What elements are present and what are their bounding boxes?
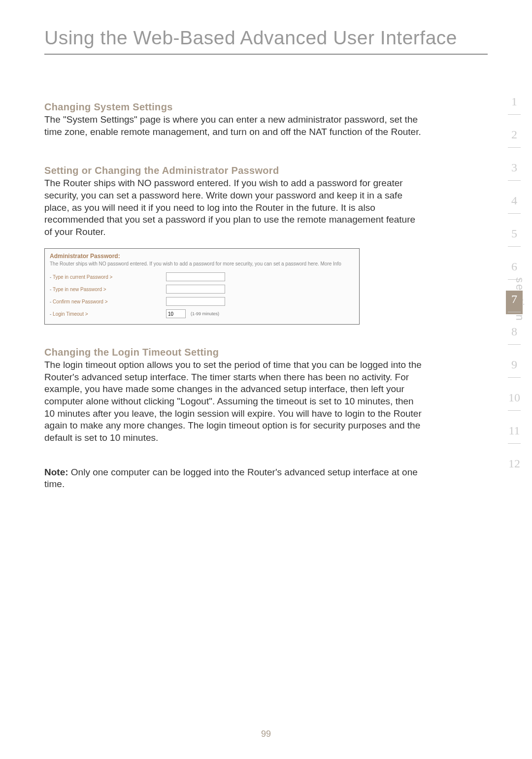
section-nav-item-1[interactable]: 1 xyxy=(506,93,523,117)
panel-title: Administrator Password: xyxy=(50,253,354,260)
heading-admin-password: Setting or Changing the Administrator Pa… xyxy=(44,165,488,176)
section-nav-item-2[interactable]: 2 xyxy=(506,126,523,150)
page-title: Using the Web-Based Advanced User Interf… xyxy=(44,27,488,55)
section-nav-item-9[interactable]: 9 xyxy=(506,356,523,380)
heading-login-timeout: Changing the Login Timeout Setting xyxy=(44,347,488,358)
body-login-timeout: The login timeout option allows you to s… xyxy=(44,359,424,444)
confirm-password-field[interactable] xyxy=(166,297,225,306)
login-timeout-field[interactable] xyxy=(166,309,186,318)
label-login-timeout: Login Timeout > xyxy=(50,311,163,317)
section-nav-item-6[interactable]: 6 xyxy=(506,258,523,282)
new-password-field[interactable] xyxy=(166,285,225,294)
login-timeout-hint: (1-99 minutes) xyxy=(191,311,219,316)
section-nav-item-5[interactable]: 5 xyxy=(506,225,523,249)
page-number: 99 xyxy=(0,729,532,739)
body-admin-password: The Router ships with NO password entere… xyxy=(44,177,424,238)
section-nav-item-10[interactable]: 10 xyxy=(506,389,523,413)
current-password-field[interactable] xyxy=(166,272,225,281)
section-nav-item-3[interactable]: 3 xyxy=(506,159,523,183)
label-confirm-password: Confirm new Password > xyxy=(50,299,163,304)
panel-description: The Router ships with NO password entere… xyxy=(50,261,354,267)
note-block: Note: Only one computer can be logged in… xyxy=(44,466,424,491)
section-nav-item-4[interactable]: 4 xyxy=(506,192,523,216)
note-body: Only one computer can be logged into the… xyxy=(44,467,418,490)
body-changing-system-settings: The "System Settings" page is where you … xyxy=(44,114,424,138)
section-nav-item-11[interactable]: 11 xyxy=(506,422,523,446)
section-nav-item-12[interactable]: 12 xyxy=(506,455,523,473)
heading-changing-system-settings: Changing System Settings xyxy=(44,101,488,113)
section-nav-item-8[interactable]: 8 xyxy=(506,323,523,347)
admin-password-panel: Administrator Password: The Router ships… xyxy=(44,248,360,325)
label-current-password: Type in current Password > xyxy=(50,274,163,280)
note-label: Note: xyxy=(44,467,68,477)
section-nav-item-7[interactable]: 7 xyxy=(506,291,523,314)
section-nav: 123456789101112 xyxy=(497,93,532,481)
label-new-password: Type in new Password > xyxy=(50,287,163,292)
